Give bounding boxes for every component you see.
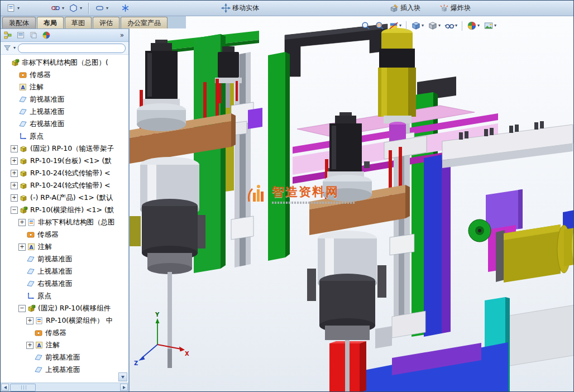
plane-icon <box>26 255 36 264</box>
filter-input[interactable] <box>18 44 126 53</box>
tree-item[interactable]: 前视基准面 <box>1 351 128 364</box>
annot-icon: A <box>27 242 36 251</box>
configurationmanager-tab[interactable] <box>29 31 38 40</box>
view-orientation-button[interactable]: ▾ <box>410 20 425 31</box>
tree-item-label: RP-10-19(台板) <1> (默 <box>30 156 112 166</box>
expand-plus-icon[interactable]: + <box>11 145 18 152</box>
expand-plus-icon[interactable]: + <box>11 170 18 177</box>
featuremanager-tree-icon <box>3 31 12 40</box>
insert-block-button[interactable]: 插入块 <box>387 2 423 14</box>
panel-hscrollbar[interactable] <box>1 383 128 391</box>
tab-sketch[interactable]: 草图 <box>65 17 92 28</box>
tree-item[interactable]: 传感器 <box>1 69 128 81</box>
slot-button[interactable]: ▾ <box>93 2 111 14</box>
cad-model[interactable]: Y X Z <box>130 16 573 391</box>
hud-separator <box>406 21 406 31</box>
tree-item[interactable]: 前视基准面 <box>1 253 128 265</box>
tree-item[interactable]: 上视基准面 <box>1 364 128 376</box>
expand-plus-icon[interactable]: + <box>11 182 18 189</box>
tab-evaluate[interactable]: 评估 <box>93 17 119 28</box>
dropdown-caret-icon: ▾ <box>80 6 82 11</box>
tree-item[interactable]: −RP-10(横梁组件) <1> (默 <box>1 204 128 216</box>
dropdown-caret-icon: ▾ <box>106 6 108 11</box>
displaymanager-tab[interactable] <box>42 31 51 40</box>
expander-spacer <box>26 329 33 336</box>
toolbar-separator <box>88 3 89 14</box>
tab-assembly[interactable]: 装配体 <box>2 17 36 28</box>
propertymanager-icon <box>16 31 25 40</box>
tree-item-label: 上视基准面 <box>45 365 80 375</box>
tree-item[interactable]: +A注解 <box>1 241 128 253</box>
plane-icon <box>34 365 44 374</box>
sheet-icon <box>35 316 44 325</box>
expand-plus-icon[interactable]: + <box>26 317 34 324</box>
expand-plus-icon[interactable]: + <box>18 219 26 226</box>
tree-item-label: 前视基准面 <box>45 353 80 362</box>
edit-appearance-button[interactable]: ▾ <box>466 20 481 31</box>
tree-item[interactable]: 右视基准面 <box>1 278 128 290</box>
tab-office-products[interactable]: 办公室产品 <box>121 17 168 28</box>
collapse-minus-icon[interactable]: − <box>18 305 26 312</box>
hscroll-thumb[interactable] <box>10 384 36 391</box>
tree-item[interactable]: 传感器 <box>1 228 128 241</box>
expander-spacer <box>11 133 17 140</box>
belt-chain-button[interactable]: ▾ <box>49 2 66 14</box>
expand-plus-icon[interactable]: + <box>18 243 26 251</box>
flyout-tool-button[interactable]: ▾ <box>4 2 22 14</box>
hscroll-left-button[interactable] <box>1 384 9 391</box>
tree-item[interactable]: +RP-10(横梁组件） 中 <box>1 314 128 327</box>
dropdown-caret-icon[interactable]: ▾ <box>13 46 16 50</box>
expander-spacer <box>3 59 9 66</box>
zoom-area-button[interactable] <box>374 20 386 31</box>
tree-item[interactable]: +RP-10-19(台板) <1> (默 <box>1 155 128 167</box>
graphics-area[interactable]: Y X Z ▾ ▾ ▾ <box>130 16 573 391</box>
tree-item[interactable]: 右视基准面 <box>1 118 128 130</box>
origin-icon <box>18 132 28 141</box>
point-button[interactable] <box>118 2 132 14</box>
insert-block-label: 插入块 <box>400 3 420 13</box>
tree-item[interactable]: +RP-10-24(轮式传输带) < <box>1 179 128 192</box>
tree-item[interactable]: 前视基准面 <box>1 93 128 106</box>
hscroll-right-button[interactable] <box>120 384 128 391</box>
expand-plus-icon[interactable]: + <box>26 342 34 349</box>
tree-item[interactable]: +RP-10-24(轮式传输带) < <box>1 167 128 179</box>
tab-layout[interactable]: 布局 <box>37 17 64 28</box>
tree-item[interactable]: 上视基准面 <box>1 265 128 278</box>
move-entities-button[interactable]: 移动实体 <box>219 2 261 14</box>
zoom-fit-icon <box>361 21 371 31</box>
tree-scroll-down-button[interactable] <box>118 372 127 381</box>
tree-item[interactable]: +A注解 <box>1 339 128 351</box>
tree-item[interactable]: +(-) RP-A(产品) <1> (默认 <box>1 192 128 204</box>
assembly-icon <box>19 205 28 214</box>
tree-item[interactable]: +非标下料机结构图（总图 <box>1 216 128 228</box>
polygon-button[interactable]: ▾ <box>66 2 84 14</box>
tree-item[interactable]: 原点 <box>1 130 128 142</box>
svg-text:A: A <box>21 85 25 90</box>
explode-block-button[interactable]: 爆炸块 <box>437 2 473 14</box>
propertymanager-tab[interactable] <box>16 31 25 40</box>
expander-spacer <box>11 121 17 127</box>
featuremanager-tab[interactable] <box>3 31 12 40</box>
slot-icon <box>95 3 104 13</box>
tree-item[interactable]: 原点 <box>1 290 128 302</box>
panel-overflow-chevron[interactable]: » <box>118 31 126 39</box>
zoom-fit-button[interactable] <box>360 20 372 31</box>
display-style-icon <box>428 21 438 31</box>
tree-item[interactable]: 上视基准面 <box>1 106 128 118</box>
expander-spacer <box>18 293 25 299</box>
expand-plus-icon[interactable]: + <box>11 194 18 202</box>
tree-item[interactable]: +(固定) RP-10（输送带架子 <box>1 142 128 155</box>
filter-funnel-icon[interactable] <box>3 44 11 52</box>
tree-item[interactable]: 传感器 <box>1 327 128 339</box>
tree-item[interactable]: −(固定) RP-10(横移组件 <box>1 302 128 314</box>
expand-plus-icon[interactable]: + <box>11 157 18 165</box>
apply-scene-button[interactable]: ▾ <box>482 20 498 31</box>
display-style-button[interactable]: ▾ <box>427 20 442 31</box>
hide-show-items-button[interactable]: ▾ <box>443 20 458 31</box>
assembly-icon <box>27 304 36 313</box>
part-icon <box>19 156 28 165</box>
collapse-minus-icon[interactable]: − <box>11 207 18 214</box>
section-view-button[interactable]: ▾ <box>388 20 403 31</box>
tree-item[interactable]: 非标下料机结构图（总图）( <box>1 56 128 69</box>
tree-item[interactable]: A注解 <box>1 81 128 93</box>
